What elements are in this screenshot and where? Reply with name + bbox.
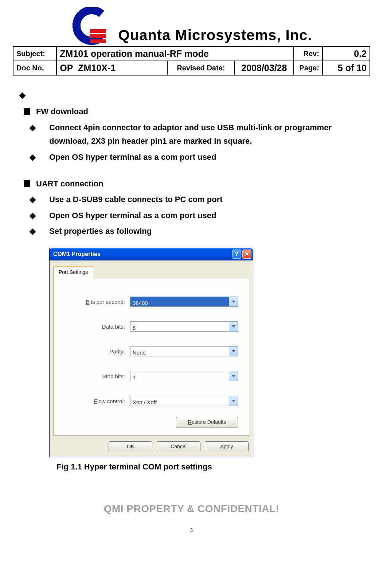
stop-bits-combo[interactable]: 1 [130, 371, 238, 381]
bits-per-second-label: Bits per second: [65, 297, 130, 307]
document-body: ◆ FW download ◆Connect 4pin connector to… [13, 76, 370, 485]
subject-value: ZM101 operation manual-RF mode [56, 47, 294, 61]
bits-per-second-combo[interactable]: 38400 [130, 297, 238, 307]
rev-label: Rev: [294, 47, 323, 61]
fw-item-1: Open OS hyper terminal as a com port use… [49, 152, 216, 162]
uart-item-0: Use a D-SUB9 cable connects to PC com po… [49, 195, 223, 204]
tab-port-settings[interactable]: Port Settings [53, 266, 93, 279]
dialog-titlebar: COM1 Properties ? ✕ [50, 248, 253, 260]
uart-item-1: Open OS hyper terminal as a com port use… [49, 211, 216, 220]
chevron-down-icon[interactable] [229, 297, 238, 306]
section-uart-connection: UART connection [24, 177, 370, 190]
chevron-down-icon[interactable] [229, 371, 238, 381]
list-item: ◆Use a D-SUB9 cable connects to PC com p… [30, 193, 370, 206]
stop-bits-label: Stop bits: [65, 372, 130, 381]
docno-label: Doc No. [13, 61, 56, 75]
square-bullet-icon [24, 180, 30, 187]
apply-button[interactable]: Apply [205, 441, 249, 452]
ok-button[interactable]: OK [109, 441, 152, 452]
flow-control-combo[interactable]: Xon / Xoff [130, 396, 238, 406]
com-properties-dialog: COM1 Properties ? ✕ Port Settings Bits p… [49, 248, 253, 457]
data-bits-label: Data bits: [65, 322, 130, 332]
data-bits-combo[interactable]: 8 [130, 321, 238, 332]
chevron-down-icon[interactable] [229, 322, 238, 331]
subject-label: Subject: [13, 47, 56, 61]
revised-value: 2008/03/28 [234, 61, 294, 75]
company-name: Quanta Microsystems, Inc. [118, 27, 312, 46]
rev-value: 0.2 [323, 47, 370, 61]
restore-defaults-button[interactable]: Restore Defaults [176, 417, 238, 428]
company-logo [71, 7, 111, 46]
stop-bits-value: 1 [130, 371, 229, 381]
uart-item-2: Set properties as following [49, 227, 152, 236]
confidential-footer: QMI PROPERTY & CONFIDENTIAL! [13, 503, 370, 515]
list-item: ◆Open OS hyper terminal as a com port us… [30, 150, 370, 164]
page-label: Page: [294, 61, 323, 75]
flow-control-value: Xon / Xoff [130, 396, 229, 406]
chevron-down-icon[interactable] [229, 396, 238, 406]
parity-combo[interactable]: None [130, 346, 238, 356]
help-button[interactable]: ? [232, 249, 241, 259]
fw-item-0: Connect 4pin connector to adaptor and us… [49, 123, 332, 146]
bits-per-second-value: 38400 [130, 297, 229, 306]
parity-label: Parity: [65, 347, 130, 356]
square-bullet-icon [24, 108, 30, 115]
svg-rect-1 [90, 34, 106, 38]
list-item: ◆Connect 4pin connector to adaptor and u… [30, 121, 370, 148]
empty-bullet: ◆ [19, 88, 370, 102]
brand-header: Quanta Microsystems, Inc. [13, 7, 370, 46]
figure-caption: Fig 1.1 Hyper terminal COM port settings [56, 460, 370, 473]
list-item: ◆Open OS hyper terminal as a com port us… [30, 209, 370, 222]
flow-control-label: Flow control: [65, 396, 130, 406]
chevron-down-icon[interactable] [229, 347, 238, 356]
docno-value: OP_ZM10X-1 [56, 61, 167, 75]
svg-rect-2 [90, 39, 106, 43]
cancel-button[interactable]: Cancel [157, 441, 200, 452]
fw-download-title: FW download [36, 107, 88, 116]
data-bits-value: 8 [130, 322, 229, 331]
revised-label: Revised Date: [167, 61, 234, 75]
page-number: 5 [13, 527, 370, 533]
uart-title: UART connection [36, 179, 103, 188]
parity-value: None [130, 347, 229, 356]
page-value: 5 of 10 [323, 61, 370, 75]
list-item: ◆Set properties as following [30, 224, 370, 238]
close-button[interactable]: ✕ [242, 249, 251, 259]
svg-rect-0 [90, 29, 106, 33]
port-settings-panel: Bits per second: 38400 Data bits: 8 Pari… [53, 278, 249, 436]
document-info-table: Subject: ZM101 operation manual-RF mode … [13, 46, 370, 76]
section-fw-download: FW download [24, 105, 370, 118]
dialog-title: COM1 Properties [53, 249, 101, 259]
